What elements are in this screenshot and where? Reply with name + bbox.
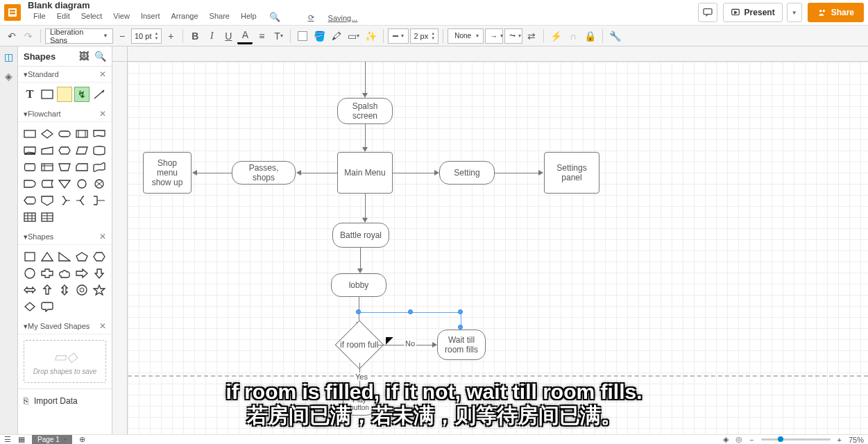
fc-delay[interactable] (22, 176, 37, 191)
fc-document[interactable] (92, 126, 107, 142)
fc-multidoc[interactable] (22, 143, 37, 158)
node-ifroom[interactable]: if room full (335, 321, 384, 370)
canvas[interactable]: Spalsh screen Main Menu Passes, shops Sh… (128, 62, 868, 444)
ruler-horizontal[interactable] (128, 46, 868, 62)
edge[interactable] (360, 248, 361, 268)
section-standard[interactable]: ▾ Standard✕ (18, 67, 112, 83)
fc-data[interactable] (74, 143, 90, 158)
fc-or[interactable] (92, 176, 107, 191)
menu-file[interactable]: File (28, 10, 51, 25)
fc-manualinput[interactable] (40, 143, 55, 158)
fc-card[interactable] (74, 160, 90, 175)
swap-arrows-button[interactable]: ⇄ (524, 28, 539, 44)
fc-brace-l[interactable] (74, 193, 90, 208)
edge-handle[interactable] (458, 309, 463, 314)
rtri-shape[interactable] (57, 249, 72, 264)
edge-handle[interactable] (356, 309, 361, 314)
fc-merge[interactable] (57, 176, 72, 191)
edge-handle[interactable] (408, 309, 413, 314)
fc-papertape[interactable] (92, 160, 107, 175)
shape-options-icon[interactable]: ▭▾ (346, 28, 361, 44)
ring-shape[interactable] (74, 282, 90, 298)
menu-help[interactable]: Help (235, 10, 262, 25)
lock-icon[interactable]: 🔒 (582, 28, 598, 44)
node-passes[interactable]: Passes, shops (232, 161, 296, 185)
close-icon[interactable]: ✕ (99, 321, 106, 331)
edge[interactable] (301, 173, 337, 173)
saved-shapes-dropzone[interactable]: ▭◇ Drop shapes to save (24, 340, 106, 383)
menu-edit[interactable]: Edit (51, 10, 76, 25)
node-mainmenu[interactable]: Main Menu (337, 152, 393, 194)
line-style-select[interactable]: ▾ (388, 28, 409, 44)
section-shapes[interactable]: ▾ Shapes✕ (18, 229, 112, 245)
arrow-end-select[interactable]: →▾ (485, 28, 503, 44)
arrow-lr-shape[interactable] (22, 282, 37, 298)
fc-manual[interactable] (57, 160, 72, 175)
pent-shape[interactable] (74, 249, 90, 264)
comments-button[interactable] (698, 3, 717, 22)
share-button[interactable]: Share (808, 3, 864, 22)
node-settingspanel[interactable]: Settings panel (544, 152, 599, 194)
zoom-in-button[interactable]: + (837, 436, 842, 444)
ruler-vertical[interactable] (112, 62, 128, 444)
close-icon[interactable]: ✕ (99, 232, 106, 241)
line-type-select[interactable]: ⤳▾ (504, 28, 522, 44)
fc-predefined[interactable] (74, 126, 90, 142)
fc-stored[interactable] (40, 176, 55, 191)
arrow-r-shape[interactable] (74, 266, 90, 281)
edge[interactable] (365, 124, 366, 147)
fc-note[interactable] (92, 193, 107, 208)
node-waitroom[interactable]: Wait till room fills (437, 330, 486, 360)
layers-icon[interactable]: ◈ (723, 435, 729, 444)
menu-share[interactable]: Share (204, 10, 235, 25)
close-icon[interactable]: ✕ (99, 109, 106, 119)
target-icon[interactable]: ◎ (735, 435, 742, 444)
fc-table1[interactable] (22, 210, 37, 225)
cross-shape[interactable] (40, 266, 55, 281)
star-shape[interactable] (92, 282, 107, 298)
zoom-level[interactable]: 75% (849, 436, 864, 444)
italic-button[interactable]: I (204, 28, 219, 44)
fc-preparation[interactable] (57, 143, 72, 158)
zoom-slider[interactable] (761, 438, 831, 441)
text-color-button[interactable]: A (237, 28, 253, 44)
zoom-out-button[interactable]: − (749, 436, 754, 444)
rect-shape[interactable] (40, 87, 55, 102)
callout-shape[interactable] (40, 299, 55, 314)
saving-status[interactable]: ⟳Saving... (297, 10, 369, 25)
node-shopmenu[interactable]: Shop menu show up (143, 152, 192, 194)
app-logo[interactable] (4, 4, 21, 21)
import-data-button[interactable]: ⎘ Import Data (18, 388, 112, 413)
underline-button[interactable]: U (221, 28, 236, 44)
line-width-input[interactable]: 2 px▲▼ (410, 28, 439, 44)
sidebar-image-icon[interactable]: 🖼 (79, 51, 89, 62)
edge-handle[interactable] (458, 325, 463, 330)
tri-shape[interactable] (40, 249, 55, 264)
fc-terminator[interactable] (57, 126, 72, 142)
magic-icon[interactable]: ✨ (363, 28, 379, 44)
binoculars-icon[interactable]: 🔍 (262, 10, 287, 25)
node-lobby[interactable]: lobby (331, 273, 386, 297)
circ-shape[interactable] (22, 266, 37, 281)
fc-decision[interactable] (40, 126, 55, 142)
undo-button[interactable]: ↶ (4, 28, 19, 44)
font-family-select[interactable]: Liberation Sans▼ (45, 28, 113, 44)
wrench-icon[interactable]: 🔧 (607, 28, 623, 44)
edge[interactable] (365, 194, 366, 218)
hex-shape[interactable] (92, 249, 107, 264)
arrow-turn-shape[interactable] (92, 266, 107, 281)
fc-internal[interactable] (40, 160, 55, 175)
menu-select[interactable]: Select (76, 10, 108, 25)
font-increase-button[interactable]: + (163, 28, 178, 44)
bolt-icon[interactable]: ⚡ (548, 28, 564, 44)
diam-shape[interactable] (22, 299, 37, 314)
edge[interactable] (393, 173, 434, 173)
fc-offpage[interactable] (40, 193, 55, 208)
font-decrease-button[interactable]: − (114, 28, 130, 44)
arrow-start-select[interactable]: None▾ (448, 28, 484, 44)
fc-display[interactable] (22, 193, 37, 208)
node-setting[interactable]: Setting (439, 161, 495, 185)
page-tab[interactable]: Page 1▾ (32, 435, 72, 445)
grid-view-icon[interactable]: ▦ (18, 435, 25, 444)
present-button[interactable]: Present (723, 3, 783, 22)
